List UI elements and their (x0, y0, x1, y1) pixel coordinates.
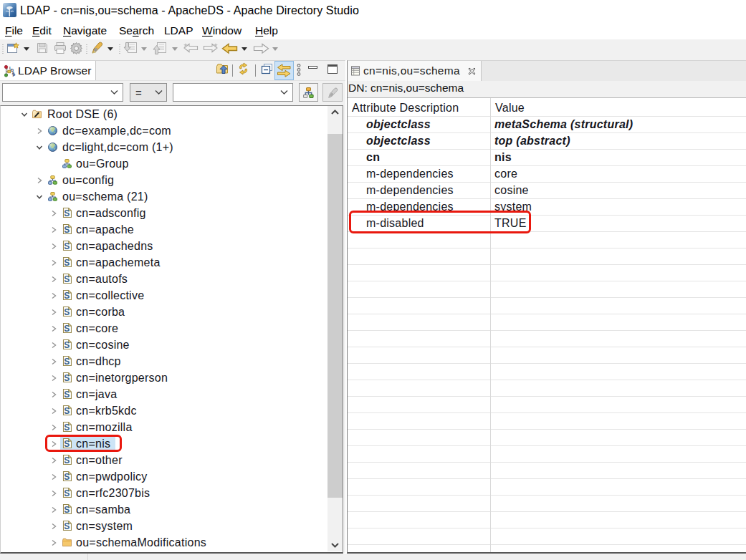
svg-text:P: P (13, 73, 16, 77)
